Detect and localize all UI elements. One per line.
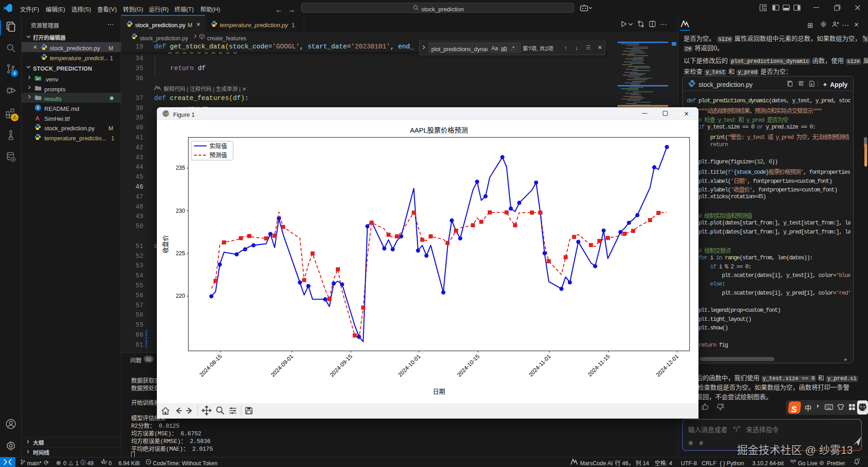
svg-text:收盘价: 收盘价 xyxy=(160,235,170,253)
svg-text:225: 225 xyxy=(176,250,185,257)
svg-text:实际值: 实际值 xyxy=(209,141,227,150)
svg-text:2024-09-01: 2024-09-01 xyxy=(269,353,294,378)
svg-text:2024-12-01: 2024-12-01 xyxy=(655,353,680,378)
svg-text:2024-09-15: 2024-09-15 xyxy=(329,353,354,378)
svg-text:日期: 日期 xyxy=(433,386,445,396)
svg-text:230: 230 xyxy=(176,208,185,214)
svg-text:235: 235 xyxy=(176,165,185,171)
svg-text:220: 220 xyxy=(176,293,185,299)
svg-text:2024-10-15: 2024-10-15 xyxy=(456,353,481,378)
svg-text:2024-10-01: 2024-10-01 xyxy=(397,353,422,378)
svg-text:预测值: 预测值 xyxy=(209,150,227,159)
svg-text:2024-08-15: 2024-08-15 xyxy=(198,353,223,378)
svg-text:2024-11-15: 2024-11-15 xyxy=(586,353,611,378)
svg-text:2024-11-01: 2024-11-01 xyxy=(528,353,552,378)
svg-text:AAPL股票价格预测: AAPL股票价格预测 xyxy=(410,125,468,134)
